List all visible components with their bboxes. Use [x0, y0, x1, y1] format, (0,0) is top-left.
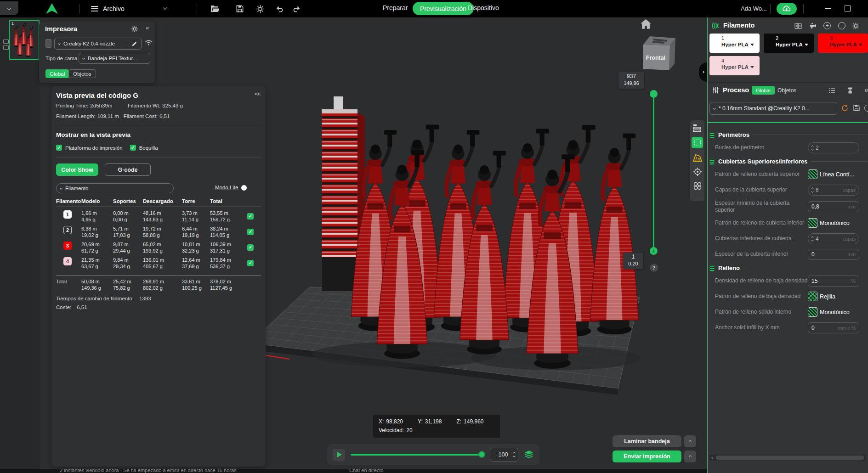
layer-slider-bottom-handle[interactable]: +	[650, 247, 658, 255]
wifi-icon[interactable]	[145, 39, 153, 48]
preset-extra-icon[interactable]	[864, 105, 868, 112]
view-cube[interactable]: Frontal	[641, 35, 677, 72]
stepper-down-icon[interactable]	[513, 455, 516, 457]
printer-collapse-button[interactable]: «	[146, 24, 149, 31]
settings-gear-icon[interactable]	[255, 4, 265, 13]
app-logo-icon[interactable]	[45, 3, 59, 15]
redo-button[interactable]	[292, 4, 301, 13]
save-button[interactable]	[235, 4, 244, 13]
stepper-up-icon[interactable]	[513, 452, 516, 455]
table-row[interactable]: 26,38 m19,02 g5,71 m17,03 g19,72 m58,80 …	[56, 226, 261, 238]
table-row[interactable]: 11,66 m4,95 g0,00 m0,00 g48,16 m143,63 g…	[56, 210, 261, 223]
value-input[interactable]: 0mm	[808, 249, 859, 260]
gcode-button[interactable]: G-code	[105, 163, 151, 176]
tab-previsualizacion[interactable]: Previsualización	[413, 2, 474, 15]
stepper-input[interactable]: 2	[808, 142, 859, 153]
table-row[interactable]: 421,35 m63,67 g9,84 m29,34 g136,01 m405,…	[56, 257, 261, 270]
progress-slider[interactable]	[351, 454, 484, 456]
progress-number-input[interactable]: 100	[490, 448, 518, 462]
process-tab-global[interactable]: Global	[752, 86, 775, 95]
corner-collapse-tab[interactable]	[0, 1, 18, 15]
undo-button[interactable]	[275, 4, 284, 13]
scrollbar-thumb[interactable]	[716, 456, 864, 460]
support-view-icon[interactable]	[692, 153, 703, 162]
tab-preparar[interactable]: Preparar	[383, 4, 408, 11]
play-button[interactable]	[333, 449, 345, 461]
home-view-icon[interactable]	[640, 18, 652, 29]
platform-checkbox[interactable]	[56, 145, 62, 151]
model-figure[interactable]	[590, 134, 639, 335]
stepper-arrows-icon[interactable]	[811, 236, 813, 241]
layer-slider-track[interactable]	[653, 94, 654, 251]
menu-chevron-down-icon[interactable]	[163, 6, 167, 10]
horizontal-scrollbar[interactable]	[709, 455, 866, 461]
table-row[interactable]: 320,69 m61,72 g9,87 m29,44 g65,02 m193,9…	[56, 242, 261, 254]
param-list-icon[interactable]	[828, 87, 836, 94]
send-print-button[interactable]: Enviar impresión	[613, 450, 681, 462]
seam-view-icon[interactable]	[693, 167, 702, 176]
printer-tab-global[interactable]: Global	[45, 69, 69, 78]
slice-plate-button[interactable]: Laminar bandeja	[613, 435, 681, 447]
printer-gear-icon[interactable]	[131, 25, 138, 34]
pattern-select[interactable]: Rejilla	[808, 291, 859, 302]
save-preset-icon[interactable]	[853, 104, 860, 112]
stepper-arrows-icon[interactable]	[811, 146, 813, 150]
open-file-button[interactable]	[210, 4, 220, 13]
send-options-caret[interactable]	[684, 450, 696, 462]
process-tab-objects[interactable]: Objetos	[777, 87, 796, 94]
window-list-icon[interactable]	[3, 39, 9, 50]
menu-button[interactable]	[90, 4, 99, 13]
printer-select[interactable]: Creality K2 0.4 nozzle	[54, 38, 142, 50]
value-input[interactable]: 0mm o %	[808, 322, 859, 333]
help-button[interactable]: ?	[650, 264, 658, 272]
layers-view-icon[interactable]	[693, 124, 702, 132]
plate-view-button[interactable]	[692, 137, 703, 148]
stepper-input[interactable]: 6capas	[808, 185, 859, 196]
add-filament-button[interactable]: +	[823, 22, 831, 29]
remove-filament-button[interactable]: −	[838, 22, 845, 29]
lite-mode-label[interactable]: Modo Lite	[215, 185, 238, 190]
printer-tab-objects[interactable]: Objetos	[68, 69, 96, 78]
filament-slot-2[interactable]: 2Hyper PLA	[764, 34, 814, 53]
pattern-select[interactable]: Línea Contí...	[808, 169, 859, 180]
tab-dispositivo[interactable]: Dispositivo	[468, 4, 499, 11]
filament-slot-1[interactable]: 1Hyper PLA	[709, 34, 760, 53]
layer-stack-icon[interactable]	[524, 450, 534, 459]
progress-slider-thumb[interactable]	[478, 451, 485, 458]
filament-flush-icon[interactable]	[809, 22, 817, 30]
row-enabled-checkbox[interactable]	[247, 244, 254, 251]
value-input[interactable]: 15%	[808, 276, 859, 287]
minimize-button[interactable]	[825, 8, 831, 9]
layer-slider-top-handle[interactable]	[650, 90, 658, 98]
row-enabled-checkbox[interactable]	[247, 213, 254, 220]
filament-swap-icon[interactable]	[794, 22, 802, 30]
plate-thumbnail[interactable]: 1	[9, 20, 40, 60]
row-enabled-checkbox[interactable]	[247, 229, 254, 235]
pattern-select[interactable]: Monotónico	[808, 218, 859, 229]
reset-preset-icon[interactable]	[841, 104, 849, 112]
edit-pencil-icon[interactable]	[131, 41, 137, 47]
preview-collapse-button[interactable]: <<	[255, 91, 260, 97]
nozzle-checkbox[interactable]	[130, 145, 136, 151]
filament-slot-4[interactable]: 4Hyper PLA	[709, 56, 760, 75]
paint-tool-icon[interactable]	[846, 87, 854, 94]
pattern-select[interactable]: Monotónico	[808, 307, 859, 318]
node-graph-icon[interactable]	[864, 87, 868, 94]
user-name[interactable]: Ada Wo...	[741, 5, 767, 12]
filament-filter-select[interactable]: Filamento	[56, 183, 174, 193]
color-show-button[interactable]: Color Show	[56, 163, 98, 176]
multi-plate-icon[interactable]	[693, 181, 702, 191]
value-input[interactable]: 0,8mm	[808, 201, 859, 212]
scroll-left-icon[interactable]	[711, 456, 714, 459]
slice-options-caret[interactable]	[684, 435, 696, 447]
filament-slot-3[interactable]: 3Hyper PLA	[818, 34, 868, 53]
stepper-arrows-icon[interactable]	[811, 188, 813, 192]
maximize-button[interactable]	[845, 6, 851, 11]
stepper-input[interactable]: 4capas	[808, 233, 859, 244]
cloud-upload-button[interactable]	[777, 3, 797, 15]
process-preset-select[interactable]: * 0.16mm Standard @Creality K2 0...	[709, 102, 837, 115]
bed-type-select[interactable]: Bandeja PEI Textur...	[79, 53, 150, 64]
row-enabled-checkbox[interactable]	[247, 260, 254, 266]
filament-settings-gear-icon[interactable]	[852, 22, 860, 30]
file-menu[interactable]: Archivo	[103, 5, 125, 12]
